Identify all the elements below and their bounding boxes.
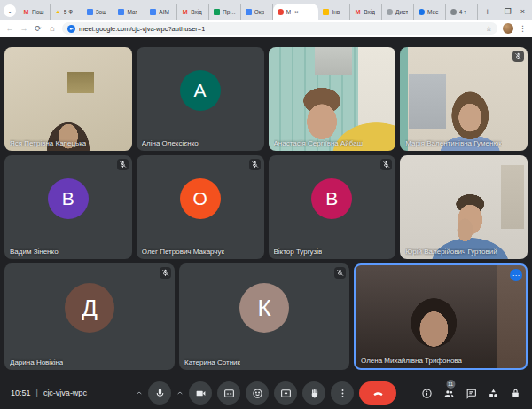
docs-icon <box>246 9 252 15</box>
reactions-button[interactable] <box>246 381 269 405</box>
url-text: meet.google.com/cjc-vjva-wpc?authuser=1 <box>79 25 205 33</box>
avatar-letter: В <box>62 188 74 209</box>
docs-icon <box>118 9 124 15</box>
tab-search-button[interactable]: ⌄ <box>4 4 16 17</box>
tab-close-icon[interactable]: × <box>294 8 299 16</box>
participant-tile[interactable]: ККатерина Сотник <box>179 263 349 370</box>
meet-call-area: Яся Петрівна КапецькаААліна ОлексієнкоАн… <box>0 37 532 409</box>
activities-icon[interactable] <box>488 388 499 399</box>
back-icon[interactable]: ← <box>5 24 14 33</box>
mic-off-icon <box>380 159 392 170</box>
tab-title: Пош <box>32 9 44 15</box>
browser-tab[interactable]: Мее <box>414 4 446 20</box>
present-button[interactable] <box>274 381 297 405</box>
close-window-button[interactable]: × <box>520 7 525 16</box>
avatar-letter: Д <box>82 295 98 322</box>
tab-title: 4 т <box>459 9 466 15</box>
participant-avatar: А <box>180 70 221 111</box>
browser-tab[interactable]: Дист <box>382 4 414 20</box>
raise-hand-button[interactable] <box>302 381 325 405</box>
mic-button[interactable] <box>148 381 171 405</box>
tab-strip: ⌄ MПош▲5 ФЗошМатАІМMВхідПрисОкрM×ІнвMВхі… <box>0 0 532 20</box>
tile-options-button[interactable]: ⋯ <box>510 269 522 281</box>
camera-options-chevron-icon[interactable] <box>176 389 184 397</box>
meeting-meta: 10:51 | cjc-vjva-wpc <box>11 389 87 397</box>
participant-tile[interactable]: Олена Михайлівна Трифонова⋯ <box>354 263 528 370</box>
end-call-button[interactable] <box>359 381 396 405</box>
address-bar[interactable]: meet.google.com/cjc-vjva-wpc?authuser=1 … <box>62 22 497 35</box>
tabs-container: MПош▲5 ФЗошМатАІМMВхідПрисОкрM×ІнвMВхідД… <box>19 2 478 20</box>
browser-tab[interactable]: Мат <box>113 4 145 20</box>
meet-icon <box>278 9 284 15</box>
forward-icon[interactable]: → <box>20 24 28 33</box>
new-tab-button[interactable]: + <box>481 5 494 18</box>
participant-avatar: К <box>239 283 289 333</box>
home-icon[interactable]: ⌂ <box>48 24 57 33</box>
participant-name: Олег Петрович Макарчук <box>142 248 224 256</box>
host-controls-icon[interactable] <box>510 388 521 399</box>
browser-tab[interactable]: MВхід <box>350 4 382 20</box>
mic-off-icon <box>160 267 171 279</box>
captions-button[interactable] <box>217 381 240 405</box>
browser-tab[interactable]: Прис <box>209 4 241 20</box>
tab-title: Мее <box>427 9 439 15</box>
participant-tile[interactable]: Анастасія Сергіївна Айбаш <box>269 47 396 151</box>
tab-title: Дист <box>395 9 408 15</box>
restore-window-button[interactable]: ❐ <box>505 7 512 16</box>
participant-tile[interactable]: ВВіктор Тургузів <box>269 155 396 259</box>
participant-name: Дарина Новікіна <box>10 358 63 366</box>
browser-tab[interactable]: Окр <box>241 4 273 20</box>
participant-avatar: В <box>48 178 89 219</box>
browser-tab[interactable]: MВхід <box>177 4 209 20</box>
sheets-icon <box>214 9 220 15</box>
window-controls: ❐ × <box>505 7 525 16</box>
participant-name: Олена Михайлівна Трифонова <box>361 357 462 365</box>
participant-tile[interactable]: Юрій Валерійович Гуртовий <box>400 155 528 259</box>
mic-off-icon <box>334 267 346 279</box>
tab-title: АІМ <box>159 9 169 15</box>
browser-tab[interactable]: АІМ <box>145 4 177 20</box>
grid-row: ДДарина НовікінаККатерина СотникОлена Ми… <box>4 263 528 370</box>
browser-tab[interactable]: Зош <box>82 4 114 20</box>
camera-button[interactable] <box>189 381 212 405</box>
person-icon <box>450 9 457 15</box>
participant-name: Анастасія Сергіївна Айбаш <box>274 139 364 147</box>
chat-icon[interactable] <box>466 388 477 399</box>
mic-off-icon <box>117 159 129 170</box>
photos-icon <box>323 9 329 15</box>
participant-name: Віктор Тургузів <box>274 248 323 256</box>
participant-tile[interactable]: Марія Валентинівна Гуменюк <box>400 47 528 151</box>
participant-tile[interactable]: ВВадим Зіненко <box>4 155 132 259</box>
tab-title: Мат <box>127 9 137 15</box>
participant-avatar: О <box>180 178 221 219</box>
docs-icon <box>87 9 93 15</box>
tab-title: Зош <box>96 9 107 15</box>
avatar-letter: О <box>192 188 207 209</box>
meet-blue-icon <box>419 9 425 15</box>
browser-tab[interactable]: ▲5 Ф <box>51 4 82 20</box>
tab-title: Окр <box>254 9 265 15</box>
browser-window: ⌄ MПош▲5 ФЗошМатАІМMВхідПрисОкрM×ІнвMВхі… <box>0 0 532 409</box>
participant-name: Катерина Сотник <box>184 358 240 366</box>
browser-tab[interactable]: MПош <box>19 4 51 20</box>
browser-tab[interactable]: M× <box>273 4 319 20</box>
people-icon[interactable]: 11 <box>443 388 455 399</box>
browser-tab[interactable]: 4 т <box>446 4 478 20</box>
reload-icon[interactable]: ⟳ <box>34 24 43 33</box>
bookmark-star-icon[interactable]: ☆ <box>486 25 492 33</box>
participant-tile[interactable]: ААліна Олексієнко <box>137 47 264 151</box>
avatar-letter: К <box>257 295 270 322</box>
tab-title: M <box>286 9 291 15</box>
tab-title: Вхід <box>191 9 202 15</box>
browser-menu-icon[interactable]: ⋮ <box>519 24 527 33</box>
participant-tile[interactable]: ООлег Петрович Макарчук <box>137 155 264 259</box>
browser-tab[interactable]: Інв <box>318 4 350 20</box>
participant-tile[interactable]: Яся Петрівна Капецька <box>4 47 132 151</box>
participants-grid: Яся Петрівна КапецькаААліна ОлексієнкоАн… <box>0 37 532 377</box>
participant-tile[interactable]: ДДарина Новікіна <box>4 263 175 370</box>
mic-options-chevron-icon[interactable] <box>136 389 143 397</box>
info-icon[interactable] <box>421 388 433 399</box>
tab-title: Прис <box>223 9 236 15</box>
profile-avatar[interactable] <box>503 23 513 34</box>
more-options-button[interactable] <box>331 381 354 405</box>
